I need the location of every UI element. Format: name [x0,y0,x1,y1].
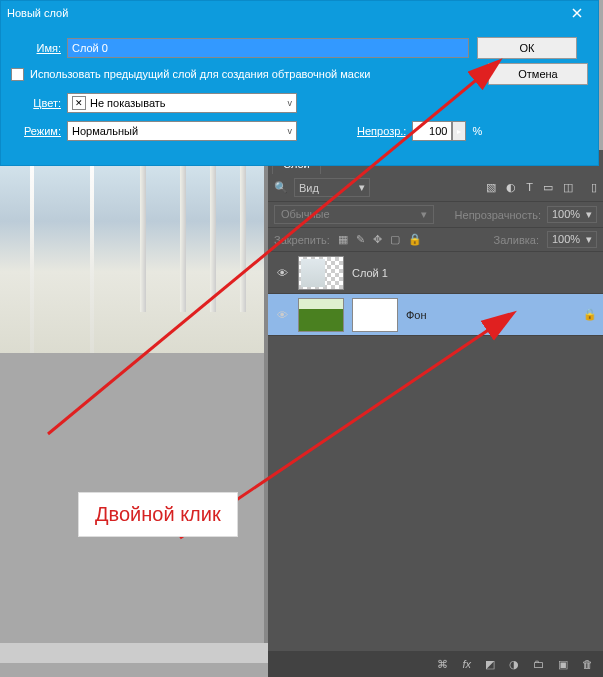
annotation-label: Двойной клик [78,492,238,537]
cancel-button[interactable]: Отмена [488,63,588,85]
filter-pixel-icon[interactable]: ▧ [486,181,496,194]
clipping-mask-checkbox[interactable] [11,68,24,81]
link-layers-icon[interactable]: ⌘ [437,658,448,671]
layer-row-1[interactable]: 👁 Слой 1 [268,252,603,294]
color-label: Цвет: [11,97,61,109]
mode-label: Режим: [11,125,61,137]
layer-fx-icon[interactable]: fx [462,658,471,670]
lock-pixels-icon[interactable]: ▦ [338,233,348,246]
lock-brush-icon[interactable]: ✎ [356,233,365,246]
opacity-unit: % [472,125,482,137]
layer-name[interactable]: Слой 1 [352,267,388,279]
ok-button[interactable]: ОК [477,37,577,59]
mode-select[interactable]: Нормальный v [67,121,297,141]
blend-opacity-row: Обычные▾ Непрозрачность: 100%▾ [268,202,603,228]
delete-layer-icon[interactable]: 🗑 [582,658,593,670]
color-select[interactable]: ✕Не показывать v [67,93,297,113]
fill-select[interactable]: 100%▾ [547,231,597,248]
filter-smart-icon[interactable]: ◫ [563,181,573,194]
close-icon[interactable] [562,2,592,24]
visibility-toggle-icon[interactable]: 👁 [274,267,290,279]
lock-position-icon[interactable]: ✥ [373,233,382,246]
clipping-mask-label: Использовать предыдущий слой для создани… [30,68,370,80]
filter-type-icon[interactable]: T [526,181,533,194]
filter-kind-select[interactable]: Вид▾ [294,178,370,197]
canvas-image[interactable] [0,150,264,353]
layer-name-input[interactable] [67,38,469,58]
filter-shape-icon[interactable]: ▭ [543,181,553,194]
layer-mask-thumbnail[interactable] [352,298,398,332]
layers-panel: Слои ◂◂ ≡ 🔍 Вид▾ ▧ ◐ T ▭ ◫ ▯ Обычные▾ Не… [268,150,603,677]
lock-all-icon[interactable]: 🔒 [408,233,422,246]
add-mask-icon[interactable]: ◩ [485,658,495,671]
document-workspace [0,150,268,663]
lock-label: Закрепить: [274,234,330,246]
fill-label: Заливка: [494,234,539,246]
new-group-icon[interactable]: 🗀 [533,658,544,670]
new-layer-dialog: Новый слой Имя: ОК Использовать предыдущ… [0,0,599,166]
filter-adjust-icon[interactable]: ◐ [506,181,516,194]
opacity-select[interactable]: 100%▾ [547,206,597,223]
new-layer-icon[interactable]: ▣ [558,658,568,671]
filter-toggle-icon[interactable]: ▯ [591,181,597,194]
opacity-stepper[interactable]: ▸ [452,121,466,141]
opacity-label: Непрозрачность: [455,209,541,221]
name-label: Имя: [11,42,61,54]
dialog-titlebar[interactable]: Новый слой [1,1,598,25]
opacity-label: Непрозр.: [357,125,406,137]
lock-icon: 🔒 [583,308,597,321]
adjustment-layer-icon[interactable]: ◑ [509,658,519,671]
dialog-title: Новый слой [7,7,68,19]
layer-name[interactable]: Фон [406,309,427,321]
layer-thumbnail[interactable] [298,298,344,332]
lock-row: Закрепить: ▦ ✎ ✥ ▢ 🔒 Заливка: 100%▾ [268,228,603,252]
visibility-toggle-icon[interactable]: 👁 [274,309,290,321]
lock-frame-icon[interactable]: ▢ [390,233,400,246]
layer-filter-row: 🔍 Вид▾ ▧ ◐ T ▭ ◫ ▯ [268,174,603,202]
dialog-body: Имя: ОК Использовать предыдущий слой для… [1,25,598,165]
layers-panel-footer: ⌘ fx ◩ ◑ 🗀 ▣ 🗑 [268,651,603,677]
opacity-input[interactable] [412,121,452,141]
layer-row-background[interactable]: 👁 Фон 🔒 [268,294,603,336]
search-icon: 🔍 [274,181,288,194]
status-bar [0,643,268,663]
blend-mode-select[interactable]: Обычные▾ [274,205,434,224]
layer-thumbnail[interactable] [298,256,344,290]
